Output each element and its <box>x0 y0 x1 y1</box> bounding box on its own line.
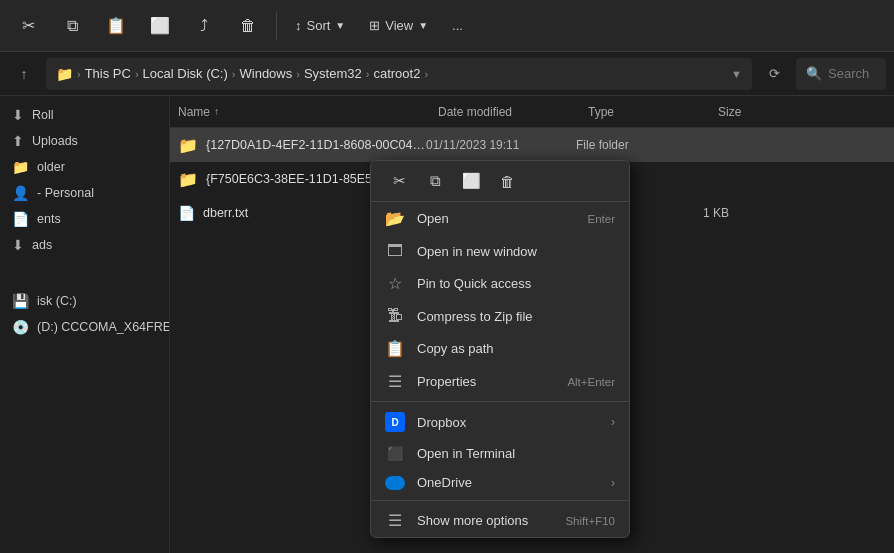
ctx-dropbox-label: Dropbox <box>417 415 599 430</box>
ctx-copy-path-item[interactable]: 📋 Copy as path <box>371 332 629 365</box>
ctx-show-more-label: Show more options <box>417 513 553 528</box>
disk-c-icon: 💾 <box>12 293 29 309</box>
ctx-terminal-label: Open in Terminal <box>417 446 615 461</box>
file-name: {127D0A1D-4EF2-11D1-8608-00C04FC295... <box>206 138 426 152</box>
table-row[interactable]: 📁 {127D0A1D-4EF2-11D1-8608-00C04FC295...… <box>170 128 894 162</box>
sidebar-item-uploads[interactable]: ⬆ Uploads <box>0 128 169 154</box>
ctx-cut-button[interactable]: ✂ <box>383 167 415 195</box>
paste-button[interactable]: 📋 <box>96 7 136 45</box>
divider1 <box>276 12 277 40</box>
open-window-icon: 🗖 <box>385 242 405 260</box>
search-icon: 🔍 <box>806 66 822 81</box>
context-menu-icon-strip: ✂ ⧉ ⬜ 🗑 <box>371 161 629 202</box>
share-button[interactable]: ⤴ <box>184 7 224 45</box>
cut-button[interactable]: ✂ <box>8 7 48 45</box>
ctx-divider2 <box>371 500 629 501</box>
breadcrumb-sep3: › <box>296 68 300 80</box>
sort-icon: ↕ <box>295 18 302 33</box>
sidebar-label-documents: ents <box>37 212 61 226</box>
ctx-properties-item[interactable]: ☰ Properties Alt+Enter <box>371 365 629 398</box>
breadcrumb-windows[interactable]: Windows <box>240 66 293 81</box>
file-type: File folder <box>576 138 706 152</box>
ctx-properties-label: Properties <box>417 374 555 389</box>
refresh-button[interactable]: ⟳ <box>758 58 790 90</box>
open-icon: 📂 <box>385 209 405 228</box>
onedrive-icon <box>385 476 405 490</box>
search-box[interactable]: 🔍 Search <box>796 58 886 90</box>
search-placeholder: Search <box>828 66 869 81</box>
folder-icon: 📁 <box>56 66 73 82</box>
breadcrumb[interactable]: 📁 › This PC › Local Disk (C:) › Windows … <box>46 58 752 90</box>
ctx-open-new-window-item[interactable]: 🗖 Open in new window <box>371 235 629 267</box>
view-label: View <box>385 18 413 33</box>
addressbar: ↑ 📁 › This PC › Local Disk (C:) › Window… <box>0 52 894 96</box>
personal-icon: 👤 <box>12 185 29 201</box>
sidebar-item-downloads[interactable]: ⬇ ads <box>0 232 169 258</box>
rename-button[interactable]: ⬜ <box>140 7 180 45</box>
header-date[interactable]: Date modified <box>438 105 588 119</box>
header-date-label: Date modified <box>438 105 512 119</box>
sidebar-label-folder: older <box>37 160 65 174</box>
ctx-show-more-item[interactable]: ☰ Show more options Shift+F10 <box>371 504 629 537</box>
ctx-divider1 <box>371 401 629 402</box>
sort-button[interactable]: ↕ Sort ▼ <box>285 7 355 45</box>
show-more-icon: ☰ <box>385 511 405 530</box>
sidebar-item-documents[interactable]: 📄 ents <box>0 206 169 232</box>
breadcrumb-system32[interactable]: System32 <box>304 66 362 81</box>
more-button[interactable]: ... <box>442 7 473 45</box>
folder-icon: 📁 <box>178 170 198 189</box>
ctx-open-shortcut: Enter <box>588 213 616 225</box>
ctx-copy-button[interactable]: ⧉ <box>419 167 451 195</box>
up-button[interactable]: ↑ <box>8 58 40 90</box>
ctx-compress-label: Compress to Zip file <box>417 309 615 324</box>
ctx-dropbox-item[interactable]: D Dropbox › <box>371 405 629 439</box>
copy-path-icon: 📋 <box>385 339 405 358</box>
ctx-delete-button[interactable]: 🗑 <box>491 167 523 195</box>
sidebar-item-disk-d[interactable]: 💿 (D:) CCCOMA_X64FRE_E <box>0 314 169 340</box>
view-icon: ⊞ <box>369 18 380 33</box>
sidebar-label-roll: Roll <box>32 108 54 122</box>
ctx-compress-item[interactable]: 🗜 Compress to Zip file <box>371 300 629 332</box>
breadcrumb-sep1: › <box>135 68 139 80</box>
sidebar-label-downloads: ads <box>32 238 52 252</box>
header-type[interactable]: Type <box>588 105 718 119</box>
breadcrumb-sep5: › <box>424 68 428 80</box>
txt-file-icon: 📄 <box>178 205 195 221</box>
context-menu: ✂ ⧉ ⬜ 🗑 📂 Open Enter 🗖 Open in new windo… <box>370 160 630 538</box>
breadcrumb-dropdown-icon[interactable]: ▼ <box>731 68 742 80</box>
ctx-pin-label: Pin to Quick access <box>417 276 615 291</box>
sidebar-label-disk-d: (D:) CCCOMA_X64FRE_E <box>37 320 170 334</box>
sidebar-item-folder[interactable]: 📁 older <box>0 154 169 180</box>
breadcrumb-this-pc[interactable]: This PC <box>85 66 131 81</box>
sidebar: ⬇ Roll ⬆ Uploads 📁 older 👤 - Personal 📄 … <box>0 96 170 553</box>
sidebar-label-disk-c: isk (C:) <box>37 294 77 308</box>
compress-icon: 🗜 <box>385 307 405 325</box>
ctx-rename-button[interactable]: ⬜ <box>455 167 487 195</box>
ctx-open-label: Open <box>417 211 576 226</box>
toolbar: ✂ ⧉ 📋 ⬜ ⤴ 🗑 ↕ Sort ▼ ⊞ View ▼ ... <box>0 0 894 52</box>
ctx-pin-quick-item[interactable]: ☆ Pin to Quick access <box>371 267 629 300</box>
sidebar-label-uploads: Uploads <box>32 134 78 148</box>
breadcrumb-local-disk[interactable]: Local Disk (C:) <box>143 66 228 81</box>
breadcrumb-catroot2[interactable]: catroot2 <box>373 66 420 81</box>
view-button[interactable]: ⊞ View ▼ <box>359 7 438 45</box>
onedrive-arrow-icon: › <box>611 476 615 490</box>
ctx-copy-path-label: Copy as path <box>417 341 615 356</box>
sort-asc-icon: ↑ <box>214 106 219 117</box>
sidebar-item-roll[interactable]: ⬇ Roll <box>0 102 169 128</box>
ctx-open-item[interactable]: 📂 Open Enter <box>371 202 629 235</box>
pin-icon: ☆ <box>385 274 405 293</box>
sidebar-label-personal: - Personal <box>37 186 94 200</box>
properties-icon: ☰ <box>385 372 405 391</box>
file-header: Name ↑ Date modified Type Size <box>170 96 894 128</box>
breadcrumb-sep0: › <box>77 68 81 80</box>
downloads-icon: ⬇ <box>12 237 24 253</box>
sidebar-item-personal[interactable]: 👤 - Personal <box>0 180 169 206</box>
delete-button[interactable]: 🗑 <box>228 7 268 45</box>
ctx-onedrive-item[interactable]: OneDrive › <box>371 468 629 497</box>
ctx-terminal-item[interactable]: ⬛ Open in Terminal <box>371 439 629 468</box>
copy-button[interactable]: ⧉ <box>52 7 92 45</box>
header-name[interactable]: Name ↑ <box>178 105 438 119</box>
sidebar-item-disk-c[interactable]: 💾 isk (C:) <box>0 288 169 314</box>
header-size[interactable]: Size <box>718 105 798 119</box>
